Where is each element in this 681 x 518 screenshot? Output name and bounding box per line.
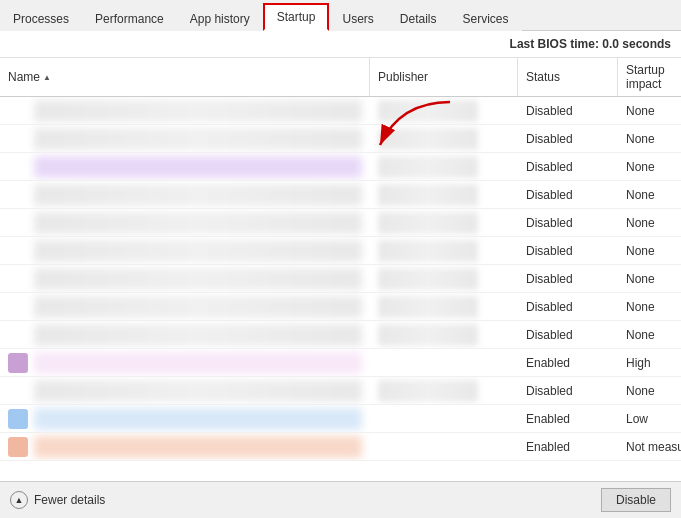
fewer-details-button[interactable]: ▲ Fewer details [10,491,105,509]
cell-publisher-2 [370,153,518,180]
cell-name-2 [0,153,370,180]
cell-name-5 [0,237,370,264]
publisher-blurred-1 [378,128,478,150]
col-header-status[interactable]: Status [518,58,618,96]
cell-name-6 [0,265,370,292]
publisher-blurred-5 [378,240,478,262]
cell-name-9 [0,349,370,376]
cell-status-8: Disabled [518,321,618,348]
table-row[interactable]: DisabledNone [0,181,681,209]
cell-impact-8: None [618,321,681,348]
table-row[interactable]: DisabledNone [0,377,681,405]
name-blurred-6 [34,268,362,290]
cell-publisher-3 [370,181,518,208]
tab-services[interactable]: Services [450,6,522,31]
table-row[interactable]: EnabledHigh [0,349,681,377]
tab-performance[interactable]: Performance [82,6,177,31]
cell-impact-0: None [618,97,681,124]
name-blurred-9 [34,352,362,374]
name-blurred-3 [34,184,362,206]
name-blurred-11 [34,408,362,430]
cell-publisher-0 [370,97,518,124]
sort-arrow-name: ▲ [43,73,51,82]
publisher-blurred-3 [378,184,478,206]
chevron-up-icon: ▲ [10,491,28,509]
cell-publisher-6 [370,265,518,292]
table-row[interactable]: DisabledNone [0,125,681,153]
publisher-blurred-4 [378,212,478,234]
cell-publisher-7 [370,293,518,320]
table-row[interactable]: EnabledLow [0,405,681,433]
table-row[interactable]: DisabledNone [0,209,681,237]
fewer-details-label: Fewer details [34,493,105,507]
cell-status-10: Disabled [518,377,618,404]
cell-status-12: Enabled [518,433,618,460]
name-blurred-8 [34,324,362,346]
table-row[interactable]: DisabledNone [0,293,681,321]
cell-status-3: Disabled [518,181,618,208]
disable-button[interactable]: Disable [601,488,671,512]
publisher-blurred-8 [378,324,478,346]
tab-bar: Processes Performance App history Startu… [0,0,681,31]
toolbar: Last BIOS time: 0.0 seconds [0,31,681,58]
cell-publisher-4 [370,209,518,236]
col-header-impact[interactable]: Startup impact [618,58,681,96]
cell-status-5: Disabled [518,237,618,264]
publisher-blurred-0 [378,100,478,122]
cell-name-8 [0,321,370,348]
column-headers: Name ▲ Publisher Status Startup impact [0,58,681,97]
cell-name-11 [0,405,370,432]
name-blurred-2 [34,156,362,178]
cell-status-7: Disabled [518,293,618,320]
cell-status-6: Disabled [518,265,618,292]
cell-status-1: Disabled [518,125,618,152]
cell-status-11: Enabled [518,405,618,432]
tab-users[interactable]: Users [329,6,386,31]
table-row[interactable]: DisabledNone [0,97,681,125]
tab-app-history[interactable]: App history [177,6,263,31]
tab-processes[interactable]: Processes [0,6,82,31]
bottom-bar: ▲ Fewer details Disable [0,481,681,518]
publisher-blurred-2 [378,156,478,178]
table-row[interactable]: EnabledNot measured [0,433,681,461]
cell-name-3 [0,181,370,208]
name-blurred-7 [34,296,362,318]
table-row[interactable]: DisabledNone [0,321,681,349]
publisher-blurred-10 [378,380,478,402]
name-blurred-1 [34,128,362,150]
bios-time-value: 0.0 seconds [602,37,671,51]
table-row[interactable]: DisabledNone [0,153,681,181]
cell-publisher-8 [370,321,518,348]
cell-status-0: Disabled [518,97,618,124]
name-blurred-4 [34,212,362,234]
cell-impact-6: None [618,265,681,292]
table-row[interactable]: DisabledNone [0,265,681,293]
name-blurred-10 [34,380,362,402]
app-icon-11 [8,409,28,429]
cell-publisher-5 [370,237,518,264]
cell-impact-1: None [618,125,681,152]
table-body[interactable]: DisabledNoneDisabledNoneDisabledNoneDisa… [0,97,681,481]
cell-name-12 [0,433,370,460]
cell-status-4: Disabled [518,209,618,236]
cell-impact-12: Not measured [618,433,681,460]
tab-startup[interactable]: Startup [263,3,330,31]
col-header-name[interactable]: Name ▲ [0,58,370,96]
name-blurred-12 [34,436,362,458]
cell-status-2: Disabled [518,153,618,180]
tab-details[interactable]: Details [387,6,450,31]
cell-name-0 [0,97,370,124]
cell-status-9: Enabled [518,349,618,376]
app-icon-9 [8,353,28,373]
cell-impact-7: None [618,293,681,320]
table-row[interactable]: DisabledNone [0,237,681,265]
cell-name-10 [0,377,370,404]
col-header-publisher[interactable]: Publisher [370,58,518,96]
bios-time-label: Last BIOS time: 0.0 seconds [510,37,671,51]
cell-impact-3: None [618,181,681,208]
cell-impact-2: None [618,153,681,180]
name-blurred-0 [34,100,362,122]
cell-impact-9: High [618,349,681,376]
cell-impact-11: Low [618,405,681,432]
cell-publisher-12 [370,433,518,460]
